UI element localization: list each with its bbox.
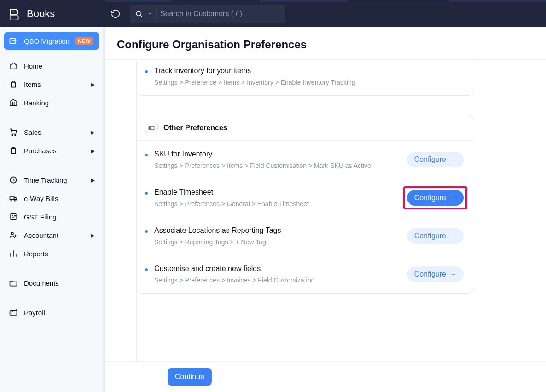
home-icon: [8, 61, 18, 70]
sidebar-item-qbo-migration[interactable]: QBO Migration NEW: [4, 32, 99, 50]
svg-point-9: [11, 232, 13, 235]
sidebar-item-label: Documents: [24, 279, 59, 287]
pref-row-custom-fields: Customise and create new fields Settings…: [144, 255, 466, 293]
sidebar-item-documents[interactable]: Documents: [4, 274, 99, 292]
divider: [156, 8, 157, 19]
continue-button[interactable]: Continue: [168, 368, 212, 386]
sidebar-item-payroll[interactable]: Payroll: [4, 303, 99, 322]
pref-title: Track inventory for your items: [154, 67, 464, 75]
svg-point-3: [12, 134, 13, 136]
pref-title: Customise and create new fields: [154, 265, 401, 273]
sidebar-item-accountant[interactable]: Accountant ▸: [4, 226, 99, 244]
bullet-icon: [145, 192, 148, 195]
sidebar: QBO Migration NEW Home Items ▸ Banking: [0, 27, 104, 392]
sidebar-item-eway-bills[interactable]: e-Way Bills: [4, 189, 99, 208]
sidebar-item-items[interactable]: Items ▸: [4, 75, 99, 93]
svg-point-0: [12, 11, 13, 12]
button-label: Configure: [414, 194, 446, 202]
chevron-right-icon: ▸: [91, 231, 95, 240]
sales-icon: [8, 127, 18, 137]
content: Track inventory for your items Settings …: [136, 61, 546, 361]
configure-button-locations[interactable]: Configure →: [407, 228, 464, 244]
sidebar-item-time-tracking[interactable]: Time Tracking ▸: [4, 171, 99, 189]
items-icon: [8, 80, 18, 89]
pref-row-locations: Associate Locations as Reporting Tags Se…: [144, 217, 466, 255]
chevron-right-icon: ▸: [91, 176, 95, 184]
pref-path: Settings > Preferences > Items > Field C…: [154, 162, 401, 169]
purchases-icon: [8, 146, 18, 155]
svg-point-12: [149, 127, 151, 129]
svg-point-4: [15, 134, 16, 136]
search-input[interactable]: [160, 10, 280, 18]
pref-row-timesheet: Enable Timesheet Settings > Preferences …: [144, 179, 466, 217]
toggle-icon: [145, 123, 158, 133]
sidebar-item-label: Reports: [24, 250, 48, 258]
chevron-right-icon: ▸: [91, 80, 95, 89]
bullet-icon: [145, 268, 148, 271]
pref-row-track-inventory: Track inventory for your items Settings …: [144, 61, 466, 95]
sidebar-item-banking[interactable]: Banking: [4, 93, 99, 112]
configure-button-sku[interactable]: Configure →: [407, 152, 464, 167]
card-header: Other Preferences: [137, 115, 474, 141]
preferences-card-partial: Track inventory for your items Settings …: [136, 61, 474, 96]
pref-title: Associate Locations as Reporting Tags: [154, 226, 401, 235]
arrow-right-icon: →: [450, 232, 456, 240]
gst-icon: [8, 212, 18, 221]
other-preferences-card: Other Preferences SKU for Inventory Sett…: [136, 115, 474, 294]
card-title: Other Preferences: [163, 124, 227, 132]
truck-icon: [8, 194, 18, 203]
search-scope-caret-icon[interactable]: [147, 11, 152, 17]
books-logo-icon: [8, 7, 21, 20]
pref-path: Settings > Reporting Tags > + New Tag: [154, 238, 401, 246]
arrow-right-icon: →: [450, 156, 456, 163]
sidebar-item-label: Purchases: [24, 147, 57, 155]
button-label: Configure: [414, 156, 446, 164]
bullet-icon: [145, 154, 148, 156]
clock-icon: [8, 175, 18, 184]
svg-point-1: [136, 11, 141, 16]
sidebar-item-home[interactable]: Home: [4, 57, 99, 75]
new-badge: NEW: [75, 37, 93, 45]
sidebar-item-label: Accountant: [24, 231, 58, 239]
sidebar-item-label: Payroll: [24, 309, 45, 317]
sidebar-item-label: Items: [24, 81, 41, 88]
search-field[interactable]: [130, 5, 285, 23]
button-label: Configure: [414, 232, 446, 240]
button-label: Configure: [414, 270, 446, 278]
sidebar-item-label: Time Tracking: [24, 176, 67, 184]
bullet-icon: [145, 70, 148, 73]
sidebar-item-gst-filing[interactable]: GST Filing: [4, 208, 99, 226]
payroll-icon: [8, 308, 18, 317]
sidebar-item-label: e-Way Bills: [24, 195, 58, 202]
top-accent-stripe: [105, 0, 546, 2]
pref-title: SKU for Inventory: [154, 150, 401, 158]
footer: Continue: [105, 361, 546, 392]
refresh-icon[interactable]: [110, 9, 121, 19]
accountant-icon: [8, 231, 18, 240]
pref-title: Enable Timesheet: [154, 188, 401, 196]
sidebar-item-purchases[interactable]: Purchases ▸: [4, 141, 99, 160]
svg-point-7: [15, 200, 16, 201]
sidebar-item-label: GST Filing: [24, 213, 57, 221]
brand-name: Books: [27, 8, 55, 20]
chevron-right-icon: ▸: [91, 128, 95, 137]
arrow-right-icon: →: [450, 271, 456, 278]
pref-path: Settings > Preferences > Invoices > Fiel…: [154, 277, 401, 284]
sidebar-item-sales[interactable]: Sales ▸: [4, 123, 99, 141]
sidebar-item-label: Home: [24, 62, 42, 70]
configure-button-timesheet[interactable]: Configure →: [407, 190, 464, 206]
button-label: Continue: [175, 373, 204, 380]
bullet-icon: [145, 230, 148, 233]
topbar: Books: [0, 0, 546, 27]
pref-path: Settings > Preferences > General > Enabl…: [154, 200, 401, 208]
sidebar-item-label: QBO Migration: [24, 37, 70, 45]
svg-point-6: [11, 200, 12, 201]
sidebar-item-label: Banking: [24, 99, 49, 107]
divider: [105, 59, 546, 60]
sidebar-item-reports[interactable]: Reports: [4, 244, 99, 263]
configure-button-custom-fields[interactable]: Configure →: [407, 266, 464, 282]
brand[interactable]: Books: [0, 0, 104, 27]
pref-path: Settings > Preference > Items > Inventor…: [154, 79, 464, 86]
chevron-right-icon: ▸: [91, 146, 95, 155]
search-icon: [135, 10, 143, 18]
